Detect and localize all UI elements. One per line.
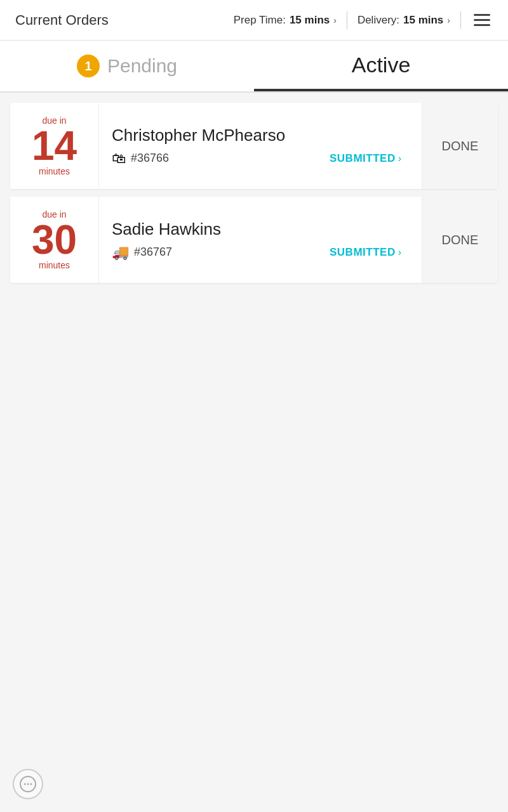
- minutes-label-2: minutes: [39, 260, 70, 270]
- header-right: Prep Time: 15 mins › Delivery: 15 mins ›: [234, 11, 493, 29]
- prep-time-chevron-icon: ›: [333, 15, 337, 25]
- delivery-time-block[interactable]: Delivery: 15 mins ›: [358, 14, 450, 27]
- order-status-1[interactable]: SUBMITTED ›: [330, 152, 401, 165]
- order-number-1: #36766: [131, 152, 169, 165]
- order-status-2[interactable]: SUBMITTED ›: [330, 246, 401, 259]
- due-number-1: 14: [32, 126, 77, 166]
- order-info-2: Sadie Hawkins 🚚 #36767 SUBMITTED ›: [99, 197, 422, 283]
- order-timer-1: due in 14 minutes: [10, 103, 99, 189]
- table-row: due in 14 minutes Christopher McPhearso …: [10, 103, 498, 189]
- tab-pending[interactable]: 1 Pending: [0, 41, 254, 91]
- menu-button[interactable]: [471, 11, 493, 29]
- customer-name-1: Christopher McPhearso: [112, 126, 409, 145]
- order-info-1: Christopher McPhearso 🛍 #36766 SUBMITTED…: [99, 103, 422, 189]
- status-text-1: SUBMITTED: [330, 152, 396, 165]
- header-separator: [347, 11, 347, 29]
- hamburger-line-1: [474, 14, 490, 16]
- minutes-label-1: minutes: [39, 166, 70, 176]
- order-meta-2: 🚚 #36767 SUBMITTED ›: [112, 244, 409, 261]
- prep-time-block[interactable]: Prep Time: 15 mins ›: [234, 14, 337, 27]
- tab-active-label: Active: [352, 53, 411, 77]
- tab-pending-label: Pending: [107, 55, 177, 77]
- delivery-time-chevron-icon: ›: [447, 15, 450, 25]
- status-chevron-icon-2: ›: [398, 247, 401, 258]
- due-number-2: 30: [32, 219, 77, 260]
- status-chevron-icon-1: ›: [398, 153, 401, 164]
- done-button-2[interactable]: DONE: [422, 197, 498, 283]
- svg-point-2: [27, 783, 29, 785]
- prep-time-label: Prep Time:: [234, 14, 286, 27]
- hamburger-line-2: [474, 19, 490, 21]
- tabs-bar: 1 Pending Active: [0, 41, 508, 93]
- delivery-time-value: 15 mins: [403, 14, 443, 27]
- delivery-label: Delivery:: [358, 14, 399, 27]
- order-type-icon-1: 🛍: [112, 150, 126, 167]
- pending-badge: 1: [77, 55, 100, 77]
- order-meta-1: 🛍 #36766 SUBMITTED ›: [112, 150, 409, 167]
- customer-name-2: Sadie Hawkins: [112, 219, 409, 239]
- header: Current Orders Prep Time: 15 mins › Deli…: [0, 0, 508, 41]
- table-row: due in 30 minutes Sadie Hawkins 🚚 #36767…: [10, 197, 498, 283]
- status-circle-icon: [19, 775, 37, 793]
- tab-active[interactable]: Active: [254, 41, 508, 91]
- bottom-status-icon: [13, 769, 43, 799]
- svg-point-1: [24, 783, 26, 785]
- order-number-2: #36767: [134, 246, 172, 259]
- done-button-1[interactable]: DONE: [422, 103, 498, 189]
- order-timer-2: due in 30 minutes: [10, 197, 99, 283]
- status-text-2: SUBMITTED: [330, 246, 396, 259]
- page-title: Current Orders: [15, 12, 109, 29]
- hamburger-line-3: [474, 24, 490, 26]
- prep-time-value: 15 mins: [290, 14, 330, 27]
- svg-point-3: [30, 783, 32, 785]
- order-type-icon-2: 🚚: [112, 244, 129, 261]
- orders-list: due in 14 minutes Christopher McPhearso …: [0, 93, 508, 293]
- header-separator-2: [460, 11, 461, 29]
